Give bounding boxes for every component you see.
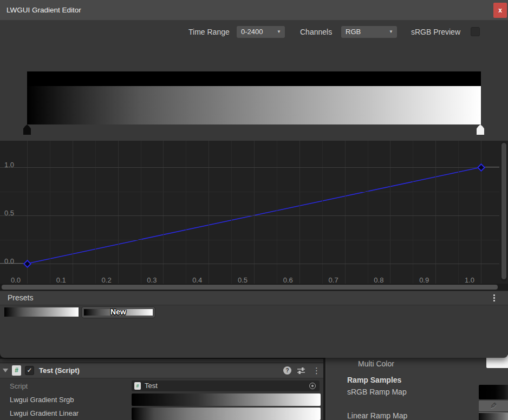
time-range-dropdown[interactable]: 0-2400 ▼ bbox=[237, 26, 285, 38]
srgb-preview-label: sRGB Preview bbox=[411, 26, 460, 38]
gridline-v bbox=[481, 141, 481, 284]
horizontal-scrollbar[interactable] bbox=[0, 284, 508, 291]
multi-color-label: Multi Color bbox=[358, 359, 394, 369]
gridline-v bbox=[186, 141, 186, 284]
gridline-v bbox=[435, 141, 436, 284]
y-axis-tick: 1.0 bbox=[4, 161, 18, 168]
chevron-down-icon: ▼ bbox=[277, 26, 281, 38]
y-axis-tick: 0.0 bbox=[4, 258, 18, 265]
gradient-srgb-field[interactable] bbox=[132, 393, 321, 406]
curve-editor[interactable]: 0.00.10.20.30.40.50.60.70.80.91.00.00.51… bbox=[0, 141, 508, 291]
x-axis-tick: 0.0 bbox=[8, 276, 23, 284]
gradient-editor-window: LWGUI Gradient Editor x Time Range 0-240… bbox=[0, 0, 508, 358]
gradient-alpha-strip bbox=[27, 71, 481, 86]
gridline-v bbox=[163, 141, 164, 284]
csharp-script-icon: # bbox=[12, 365, 21, 376]
gridline-v bbox=[458, 141, 459, 284]
close-button[interactable]: x bbox=[493, 3, 507, 18]
window-title: LWGUI Gradient Editor bbox=[6, 0, 81, 20]
ramp-samples-header: Ramp Samples bbox=[347, 376, 401, 385]
edit-ramp-button[interactable]: ✎ bbox=[479, 401, 508, 411]
material-panel: Multi Color Ramp Samples sRGB Ramp Map ✎… bbox=[325, 355, 508, 420]
check-icon: ✓ bbox=[27, 366, 32, 374]
gridline-v bbox=[322, 141, 323, 284]
x-axis-tick: 0.1 bbox=[54, 276, 69, 284]
gradient-stop-end[interactable] bbox=[477, 124, 484, 135]
x-axis-tick: 0.7 bbox=[326, 276, 341, 284]
x-axis-tick: 0.6 bbox=[281, 276, 296, 284]
time-range-value: 0-2400 bbox=[241, 28, 263, 36]
script-object-value: Test bbox=[145, 380, 158, 391]
preset-swatch-new[interactable]: New bbox=[81, 306, 155, 318]
linear-ramp-label: Linear Ramp Map bbox=[347, 411, 407, 420]
gridline-h bbox=[0, 167, 499, 168]
gradient-color-strip bbox=[27, 86, 481, 124]
horizontal-scrollbar-thumb[interactable] bbox=[2, 285, 498, 290]
component-title: Test (Script) bbox=[39, 363, 80, 378]
gridline-h bbox=[0, 192, 499, 192]
close-icon: x bbox=[498, 6, 502, 14]
gridline-v bbox=[141, 141, 141, 284]
x-axis-tick: 0.5 bbox=[235, 276, 250, 284]
gradient-preview[interactable] bbox=[27, 71, 481, 124]
srgb-preview-checkbox[interactable] bbox=[471, 27, 480, 36]
x-axis-tick: 0.4 bbox=[190, 276, 205, 284]
gradient-linear-label: Lwgui Gradient Linear bbox=[10, 409, 79, 418]
presets-slider-icon[interactable] bbox=[297, 367, 305, 377]
gradient-linear-field[interactable] bbox=[132, 408, 321, 420]
time-range-label: Time Range bbox=[188, 26, 230, 38]
gridline-h bbox=[0, 240, 499, 240]
x-axis-tick: 0.2 bbox=[99, 276, 114, 284]
inspector-panel: # ✓ Test (Script) ? ⋮ Script # Test Lwgu… bbox=[0, 359, 323, 420]
gridline-v bbox=[390, 141, 390, 284]
presets-title: Presets bbox=[8, 291, 33, 305]
gridline-h bbox=[0, 264, 499, 264]
gradient-stop-start[interactable] bbox=[23, 124, 31, 135]
gridline-v bbox=[118, 141, 119, 284]
csharp-script-icon: # bbox=[134, 382, 141, 390]
help-icon[interactable]: ? bbox=[283, 366, 291, 375]
preset-new-label: New bbox=[82, 307, 155, 316]
foldout-arrow-icon[interactable] bbox=[3, 369, 8, 372]
gridline-v bbox=[231, 141, 232, 284]
x-axis-tick: 0.3 bbox=[144, 276, 159, 284]
gridline-v bbox=[254, 141, 255, 284]
y-axis-tick: 0.5 bbox=[4, 209, 18, 216]
gridline-v bbox=[299, 141, 300, 284]
srgb-ramp-texture[interactable] bbox=[479, 385, 508, 399]
kebab-menu-icon[interactable]: ⋮ bbox=[312, 365, 321, 376]
component-header[interactable]: # ✓ Test (Script) ? ⋮ bbox=[0, 363, 323, 378]
x-axis-tick: 0.9 bbox=[416, 276, 432, 284]
channels-value: RGB bbox=[346, 28, 361, 36]
x-axis-tick: 0.8 bbox=[371, 276, 386, 284]
gridline-v bbox=[95, 141, 96, 284]
srgb-ramp-label: sRGB Ramp Map bbox=[347, 388, 407, 397]
gridline-h bbox=[0, 215, 499, 216]
script-row-label: Script bbox=[10, 382, 28, 391]
gridline-v bbox=[209, 141, 209, 284]
chevron-down-icon: ▼ bbox=[389, 26, 393, 38]
vertical-scrollbar[interactable] bbox=[501, 142, 507, 281]
component-enabled-checkbox[interactable]: ✓ bbox=[25, 366, 34, 375]
object-picker-icon[interactable] bbox=[309, 383, 316, 389]
gridline-v bbox=[73, 141, 73, 284]
gradient-srgb-label: Lwgui Gradient Srgb bbox=[10, 395, 74, 405]
gridline-v bbox=[50, 141, 50, 284]
gridline-v bbox=[413, 141, 413, 284]
preset-swatch-current[interactable] bbox=[4, 307, 79, 317]
x-axis-tick: 1.0 bbox=[462, 276, 477, 284]
pencil-icon: ✎ bbox=[490, 401, 497, 411]
title-bar[interactable]: LWGUI Gradient Editor x bbox=[0, 0, 508, 21]
channels-label: Channels bbox=[300, 26, 332, 38]
gridline-v bbox=[368, 141, 368, 284]
script-object-field[interactable]: # Test bbox=[132, 380, 320, 391]
gridline-v bbox=[345, 141, 346, 284]
channels-dropdown[interactable]: RGB ▼ bbox=[341, 26, 397, 38]
gridline-v bbox=[277, 141, 277, 284]
presets-header: Presets bbox=[0, 291, 508, 305]
kebab-menu-icon[interactable] bbox=[493, 294, 495, 301]
vertical-scrollbar-thumb[interactable] bbox=[502, 143, 506, 279]
linear-ramp-texture[interactable] bbox=[479, 412, 508, 420]
